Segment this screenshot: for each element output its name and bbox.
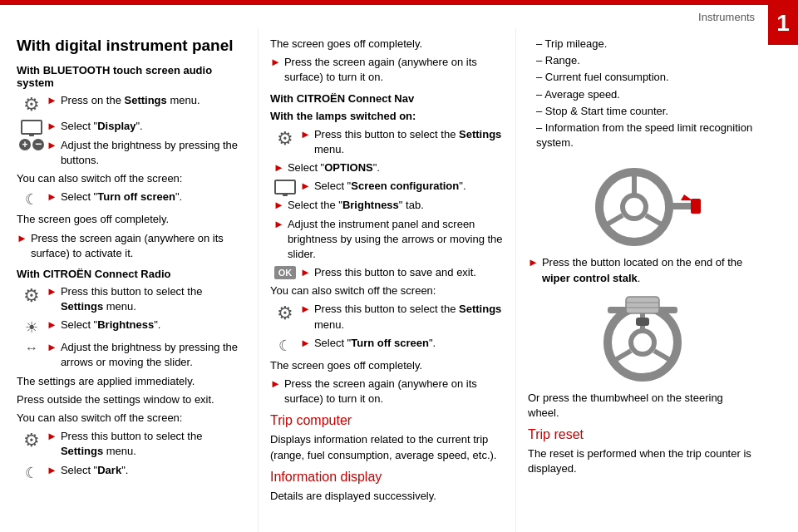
instruction-text: ► Select "Turn off screen". bbox=[300, 336, 436, 351]
arrow-icon: ► bbox=[47, 120, 57, 132]
text-content: Select "Dark". bbox=[61, 463, 129, 478]
arrow-icon: ► bbox=[300, 337, 311, 349]
instruction-text: ► Select "Turn off screen". bbox=[47, 190, 182, 204]
instruction-adjust: ► Adjust the instrument panel and screen… bbox=[270, 217, 504, 263]
instruction-text: ► Select "Dark". bbox=[47, 463, 128, 478]
moon-icon2: ☾ bbox=[25, 464, 38, 482]
steering-wheel-svg2 bbox=[576, 293, 709, 384]
text-content: Press on the Settings menu. bbox=[61, 93, 200, 108]
arrow-icon: ► bbox=[273, 199, 284, 211]
settings-icon-area3: ⚙ bbox=[17, 429, 47, 451]
moon-icon: ☾ bbox=[25, 190, 38, 209]
moon-icon-area2: ☾ bbox=[17, 463, 47, 482]
instruction-display: ► Select "Display". bbox=[17, 119, 246, 135]
screen-off-text2: The screen goes off completely. bbox=[270, 37, 504, 52]
section2-heading: With CITROËN Connect Radio bbox=[17, 268, 246, 280]
text-content: Select "Screen configuration". bbox=[314, 179, 466, 194]
display-icon-area bbox=[17, 119, 47, 135]
main-heading: With digital instrument panel bbox=[17, 37, 246, 56]
or-text: Or press the thumbwheel on the steering … bbox=[528, 391, 756, 421]
instruction-turnoff: ☾ ► Select "Turn off screen". bbox=[17, 190, 246, 209]
steering-wheel-image2 bbox=[528, 293, 756, 384]
list-item: Trip mileage. bbox=[536, 37, 756, 52]
screen-on-instruction: ► Press the screen again (anywhere on it… bbox=[17, 231, 246, 261]
instruction-options: ► Select "OPTIONS". bbox=[270, 160, 504, 175]
trip-computer-heading: Trip computer bbox=[270, 413, 504, 428]
text-content: Press this button to select the Settings… bbox=[61, 429, 246, 459]
text-content: Select "Turn off screen". bbox=[61, 190, 182, 204]
gear-icon3: ⚙ bbox=[23, 430, 40, 451]
wiper-instruction: ► Press the button located on the end of… bbox=[528, 255, 756, 285]
instruction-dark: ☾ ► Select "Dark". bbox=[17, 463, 246, 482]
arrow-icon: ► bbox=[17, 232, 27, 244]
arrow-icon: ► bbox=[47, 139, 57, 151]
applied-text: The settings are applied immediately. bbox=[17, 374, 246, 389]
arrow-icon: ► bbox=[47, 430, 57, 442]
lamps-heading: With the lamps switched on: bbox=[270, 109, 504, 124]
instruction-nav-settings2: ⚙ ► Press this button to select the Sett… bbox=[270, 302, 504, 332]
mid-column: The screen goes off completely. ► Press … bbox=[258, 28, 515, 532]
arrow-icon: ► bbox=[300, 266, 311, 278]
arrow-icon: ► bbox=[47, 94, 57, 106]
instruction-arrows: ↔ ► Adjust the brightness by pressing th… bbox=[17, 340, 246, 370]
information-display-desc: Details are displayed successively. bbox=[270, 489, 504, 504]
information-display-heading: Information display bbox=[270, 470, 504, 485]
exit-text: Press outside the settings window to exi… bbox=[17, 392, 246, 407]
final-off-text: The screen goes off completely. bbox=[270, 358, 504, 373]
text-content: Adjust the brightness by pressing the bu… bbox=[61, 138, 246, 168]
trip-list: Trip mileage. Range. Current fuel consum… bbox=[528, 37, 756, 150]
instruction-radio-settings: ⚙ ► Press this button to select the Sett… bbox=[17, 284, 246, 314]
list-item: Average speed. bbox=[536, 87, 756, 102]
arrow-icon: ► bbox=[47, 464, 57, 476]
instruction-ok: OK ► Press this button to save and exit. bbox=[270, 265, 504, 280]
instruction-brightness: + − ► Adjust the brightness by pressing … bbox=[17, 138, 246, 168]
instruction-text: ► Press this button to select the Settin… bbox=[300, 127, 504, 157]
text-content: Press the screen again (anywhere on its … bbox=[31, 231, 246, 261]
display-icon bbox=[21, 120, 42, 135]
text-content: Press this button to save and exit. bbox=[314, 265, 476, 280]
text-content: Press the screen again (anywhere on its … bbox=[284, 55, 504, 85]
text-content: Select "Display". bbox=[61, 119, 143, 134]
instruction-text: ► Press this button to select the Settin… bbox=[47, 429, 246, 459]
arrow-icon: ► bbox=[300, 180, 311, 192]
text-content: Adjust the brightness by pressing the ar… bbox=[61, 340, 246, 370]
plus-minus-icon-area: + − bbox=[17, 138, 47, 150]
svg-rect-6 bbox=[691, 199, 701, 214]
arrow-icon: ► bbox=[273, 218, 284, 230]
instruction-text: ► Adjust the brightness by pressing the … bbox=[47, 138, 246, 168]
minus-icon: − bbox=[32, 139, 44, 150]
arrow-icon: ► bbox=[300, 128, 311, 140]
text-content: Press this button to select the Settings… bbox=[314, 127, 504, 157]
list-item: Information from the speed limit recogni… bbox=[536, 121, 756, 150]
gear-icon: ⚙ bbox=[23, 94, 40, 116]
list-item: Current fuel consumption. bbox=[536, 70, 756, 85]
main-content: With digital instrument panel With BLUET… bbox=[0, 28, 768, 532]
instruction-text: ► Select "Brightness". bbox=[47, 318, 160, 332]
settings-icon-nav: ⚙ bbox=[270, 127, 300, 150]
section1-heading: With BLUETOOTH touch screen audio system bbox=[17, 64, 246, 89]
svg-point-1 bbox=[623, 195, 646, 219]
display-icon-area2 bbox=[270, 179, 300, 195]
gear-icon-nav: ⚙ bbox=[277, 128, 293, 150]
settings-icon-nav2: ⚙ bbox=[270, 302, 300, 324]
arrow-icon: ► bbox=[270, 56, 281, 68]
header-title: Instruments bbox=[698, 11, 755, 23]
chapter-tab: 1 bbox=[768, 5, 798, 45]
gear-icon-nav2: ⚙ bbox=[277, 303, 293, 324]
moon-icon-area: ☾ bbox=[17, 190, 47, 209]
svg-marker-7 bbox=[681, 195, 692, 200]
plus-icon: + bbox=[19, 139, 31, 150]
text-content: Select "Brightness". bbox=[61, 318, 161, 332]
text-content: Select "OPTIONS". bbox=[288, 160, 504, 175]
settings-icon-area: ⚙ bbox=[17, 93, 47, 116]
arrow-icon: ► bbox=[273, 161, 284, 174]
plus-minus-icon: + − bbox=[19, 139, 44, 150]
display-icon2 bbox=[274, 180, 296, 195]
ok-icon-area: OK bbox=[270, 265, 300, 279]
arrow-icon: ► bbox=[300, 303, 311, 315]
trip-reset-desc: The reset is performed when the trip cou… bbox=[528, 446, 756, 476]
list-item: Stop & Start time counter. bbox=[536, 104, 756, 119]
instruction-text: ► Press this button to select the Settin… bbox=[300, 302, 504, 332]
header-area: Instruments bbox=[0, 5, 768, 28]
gear-icon2: ⚙ bbox=[23, 285, 40, 307]
